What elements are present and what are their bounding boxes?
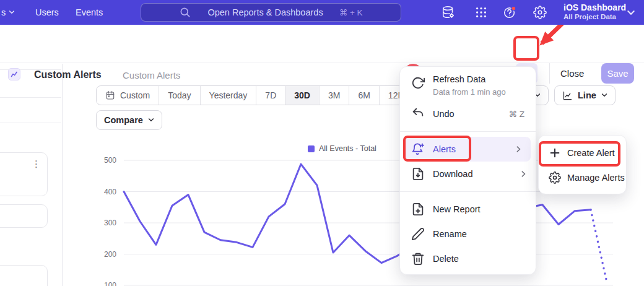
apps-grid-icon[interactable] (474, 6, 488, 19)
nav-item-events[interactable]: Events (76, 7, 103, 17)
menu-item-label: Manage Alerts (567, 173, 625, 183)
menu-divider (400, 131, 536, 132)
data-management-icon[interactable] (442, 6, 455, 19)
refresh-icon (411, 76, 425, 90)
close-button[interactable]: Close (560, 68, 584, 79)
sidebar-divider (0, 97, 61, 98)
menu-item-label: Refresh Data (433, 74, 485, 84)
sidebar-card[interactable] (0, 204, 48, 228)
header-divider (549, 63, 550, 84)
svg-text:100: 100 (104, 281, 116, 286)
alerts-menu-item[interactable]: Alerts (405, 137, 531, 162)
chevron-down-icon (9, 9, 15, 15)
menu-item-refresh-data[interactable]: Refresh Data Data from 1 min ago (400, 73, 536, 102)
date-range-control: Custom Today Yesterday 7D 30D 3M 6M 12M (96, 85, 414, 105)
range-6m[interactable]: 6M (349, 86, 378, 105)
search-input[interactable]: Open Reports & Dashboards ⌘ + K (141, 3, 401, 22)
trash-icon (411, 252, 425, 266)
range-7d[interactable]: 7D (256, 86, 285, 105)
breadcrumb: Custom Alerts (123, 70, 180, 80)
pencil-icon (411, 227, 425, 241)
gear-icon (549, 171, 561, 184)
alerts-submenu: Create Alert Manage Alerts (538, 135, 627, 194)
file-download-icon (411, 167, 425, 181)
chevron-down-icon (148, 117, 154, 123)
file-plus-icon (411, 202, 425, 216)
sidebar-card[interactable] (0, 265, 48, 286)
range-3m[interactable]: 3M (319, 86, 349, 105)
undo-shortcut: ⌘ Z (509, 109, 536, 119)
nav-item-truncated[interactable]: s (1, 7, 15, 17)
menu-item-delete[interactable]: Delete (400, 246, 536, 271)
menu-item-download[interactable]: Download (400, 162, 536, 186)
app-window: 500400300200100 All Events - Total Custo… (0, 0, 644, 286)
chevron-right-icon (515, 145, 522, 153)
project-name: iOS Dashboard (564, 2, 626, 13)
menu-item-new-report[interactable]: New Report (400, 197, 536, 222)
calendar-icon (105, 90, 115, 100)
legend-swatch (308, 145, 315, 152)
menu-item-label: Rename (433, 229, 467, 239)
chevron-right-icon (520, 170, 527, 178)
nav-item-users[interactable]: Users (35, 7, 59, 17)
refresh-status-text: Data from 1 min ago (433, 88, 506, 97)
chevron-down-icon (601, 92, 607, 98)
undo-icon (411, 107, 425, 121)
sidebar-border (62, 64, 63, 286)
more-options-menu: Refresh Data Data from 1 min ago Undo ⌘ … (399, 66, 536, 275)
svg-text:500: 500 (104, 156, 116, 165)
chart-legend: All Events - Total (308, 144, 376, 153)
range-custom[interactable]: Custom (97, 86, 159, 105)
plus-icon (549, 147, 561, 159)
search-placeholder: Open Reports & Dashboards (207, 7, 323, 17)
report-chart-icon (8, 68, 20, 80)
menu-item-undo[interactable]: Undo ⌘ Z (400, 102, 536, 126)
top-navbar: s Users Events Open Reports & Dashboards… (0, 0, 644, 25)
line-chart-icon (562, 90, 573, 101)
save-button[interactable]: Save (601, 63, 634, 84)
kebab-menu-icon[interactable]: ⋮ (32, 159, 41, 168)
menu-item-label: Undo (433, 109, 455, 119)
bell-plus-icon (411, 142, 425, 156)
menu-item-label: Delete (433, 254, 459, 264)
range-30d-selected[interactable]: 30D (285, 86, 319, 105)
menu-item-label: Create Alert (567, 148, 615, 158)
search-icon (179, 6, 191, 19)
chevron-down-icon (627, 9, 635, 17)
menu-item-rename[interactable]: Rename (400, 222, 536, 246)
project-selector[interactable]: iOS Dashboard All Project Data (564, 2, 626, 22)
menu-divider (400, 191, 536, 192)
page-title: Custom Alerts (34, 69, 102, 80)
menu-item-label: New Report (433, 204, 481, 214)
sidebar-card[interactable]: ⋮ (0, 152, 48, 196)
compare-button[interactable]: Compare (96, 110, 162, 130)
manage-alerts-menu-item[interactable]: Manage Alerts (539, 165, 626, 190)
svg-text:400: 400 (104, 188, 116, 196)
search-shortcut: ⌘ + K (339, 7, 363, 17)
svg-text:200: 200 (104, 250, 116, 259)
help-icon[interactable] (503, 6, 516, 19)
svg-text:300: 300 (104, 219, 116, 227)
create-alert-menu-item[interactable]: Create Alert (539, 141, 626, 165)
report-header: Custom Alerts Custom Alerts GV Duplicate… (0, 25, 644, 63)
range-today[interactable]: Today (159, 86, 199, 105)
menu-item-label: Download (433, 169, 473, 179)
gear-icon[interactable] (533, 6, 547, 19)
project-scope: All Project Data (564, 13, 626, 22)
range-yesterday[interactable]: Yesterday (200, 86, 256, 105)
sidebar-divider (0, 123, 61, 123)
legend-label: All Events - Total (319, 144, 376, 153)
chart-type-button[interactable]: Line (554, 85, 616, 105)
menu-item-label: Alerts (433, 144, 456, 154)
